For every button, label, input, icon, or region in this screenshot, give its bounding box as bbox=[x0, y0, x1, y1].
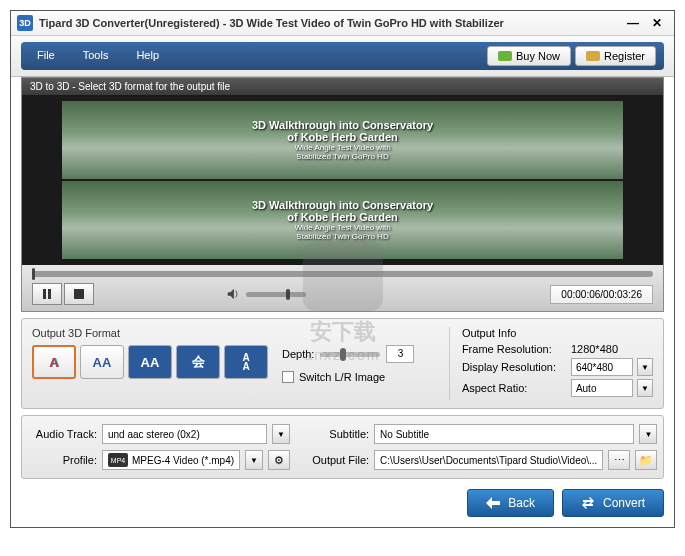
dropdown-arrow-icon[interactable]: ▼ bbox=[639, 424, 657, 444]
format-sbs-half-button[interactable]: AA bbox=[80, 345, 124, 379]
depth-value[interactable]: 3 bbox=[386, 345, 414, 363]
ellipsis-icon: ⋯ bbox=[614, 454, 625, 467]
stop-icon bbox=[74, 289, 84, 299]
pause-button[interactable] bbox=[32, 283, 62, 305]
format-title: Output 3D Format bbox=[32, 327, 268, 339]
format-panel: Output 3D Format A AA AA 会 AA Depth: 3 bbox=[21, 318, 664, 409]
depth-label: Depth: bbox=[282, 348, 314, 360]
output-info-title: Output Info bbox=[462, 327, 653, 339]
volume-icon bbox=[226, 287, 240, 301]
display-res-label: Display Resolution: bbox=[462, 361, 567, 373]
format-tb-half-button[interactable]: 会 bbox=[176, 345, 220, 379]
switch-lr-label: Switch L/R Image bbox=[299, 371, 385, 383]
window-title: Tipard 3D Converter(Unregistered) - 3D W… bbox=[39, 17, 620, 29]
content-area: 3D to 3D - Select 3D format for the outp… bbox=[11, 77, 674, 527]
overlay-text: Wide Angle Test Video with bbox=[294, 143, 390, 152]
app-icon: 3D bbox=[17, 15, 33, 31]
pause-icon bbox=[42, 289, 52, 299]
overlay-text: 3D Walkthrough into Conservatory bbox=[252, 199, 433, 211]
svg-rect-1 bbox=[48, 289, 51, 299]
convert-button[interactable]: Convert bbox=[562, 489, 664, 517]
preview-header: 3D to 3D - Select 3D format for the outp… bbox=[22, 78, 663, 95]
menubar-area: File Tools Help Buy Now Register bbox=[11, 36, 674, 77]
browse-button[interactable]: ⋯ bbox=[608, 450, 630, 470]
dropdown-arrow-icon[interactable]: ▼ bbox=[245, 450, 263, 470]
footer-buttons: Back Convert bbox=[21, 489, 664, 517]
overlay-text: Stabilized Twin GoPro HD bbox=[296, 152, 388, 161]
player-controls: 00:00:06/00:03:26 bbox=[22, 265, 663, 311]
profile-settings-button[interactable]: ⚙ bbox=[268, 450, 290, 470]
profile-select[interactable]: MP4 MPEG-4 Video (*.mp4) bbox=[102, 450, 240, 470]
back-button[interactable]: Back bbox=[467, 489, 554, 517]
time-display: 00:00:06/00:03:26 bbox=[550, 285, 653, 304]
video-top-half: 3D Walkthrough into Conservatory of Kobe… bbox=[62, 101, 623, 179]
buy-label: Buy Now bbox=[516, 50, 560, 62]
output-file-label: Output File: bbox=[304, 454, 369, 466]
titlebar: 3D Tipard 3D Converter(Unregistered) - 3… bbox=[11, 11, 674, 36]
video-preview: 3D Walkthrough into Conservatory of Kobe… bbox=[22, 95, 663, 265]
frame-res-value: 1280*480 bbox=[571, 343, 653, 355]
display-res-select[interactable]: 640*480 bbox=[571, 358, 633, 376]
audio-track-label: Audio Track: bbox=[32, 428, 97, 440]
overlay-text: of Kobe Herb Garden bbox=[287, 131, 398, 143]
format-anaglyph-button[interactable]: A bbox=[32, 345, 76, 379]
seek-slider[interactable] bbox=[32, 271, 653, 277]
menubar: File Tools Help Buy Now Register bbox=[21, 42, 664, 70]
close-button[interactable]: ✕ bbox=[646, 15, 668, 31]
output-file-input[interactable]: C:\Users\User\Documents\Tipard Studio\Vi… bbox=[374, 450, 603, 470]
format-tb-full-button[interactable]: AA bbox=[224, 345, 268, 379]
settings-panel: Audio Track: und aac stereo (0x2) ▼ Subt… bbox=[21, 415, 664, 479]
overlay-text: Wide Angle Test Video with bbox=[294, 223, 390, 232]
buy-now-button[interactable]: Buy Now bbox=[487, 46, 571, 66]
aspect-ratio-select[interactable]: Auto bbox=[571, 379, 633, 397]
overlay-text: 3D Walkthrough into Conservatory bbox=[252, 119, 433, 131]
aspect-ratio-label: Aspect Ratio: bbox=[462, 382, 567, 394]
minimize-button[interactable]: — bbox=[622, 15, 644, 31]
volume-slider[interactable] bbox=[246, 292, 306, 297]
folder-icon: 📁 bbox=[639, 454, 653, 467]
subtitle-label: Subtitle: bbox=[304, 428, 369, 440]
audio-track-select[interactable]: und aac stereo (0x2) bbox=[102, 424, 267, 444]
profile-label: Profile: bbox=[32, 454, 97, 466]
svg-rect-2 bbox=[74, 289, 84, 299]
menu-help[interactable]: Help bbox=[128, 46, 179, 66]
key-icon bbox=[586, 51, 600, 61]
stop-button[interactable] bbox=[64, 283, 94, 305]
main-window: 3D Tipard 3D Converter(Unregistered) - 3… bbox=[10, 10, 675, 528]
back-arrow-icon bbox=[486, 496, 500, 510]
frame-res-label: Frame Resolution: bbox=[462, 343, 567, 355]
gear-icon: ⚙ bbox=[274, 454, 284, 467]
convert-icon bbox=[581, 496, 595, 510]
switch-lr-checkbox[interactable] bbox=[282, 371, 294, 383]
overlay-text: Stabilized Twin GoPro HD bbox=[296, 232, 388, 241]
menu-tools[interactable]: Tools bbox=[75, 46, 129, 66]
preview-panel: 3D to 3D - Select 3D format for the outp… bbox=[21, 77, 664, 312]
video-bottom-half: 3D Walkthrough into Conservatory of Kobe… bbox=[62, 181, 623, 259]
register-label: Register bbox=[604, 50, 645, 62]
open-folder-button[interactable]: 📁 bbox=[635, 450, 657, 470]
register-button[interactable]: Register bbox=[575, 46, 656, 66]
money-icon bbox=[498, 51, 512, 61]
overlay-text: of Kobe Herb Garden bbox=[287, 211, 398, 223]
mp4-icon: MP4 bbox=[108, 453, 128, 467]
format-sbs-full-button[interactable]: AA bbox=[128, 345, 172, 379]
dropdown-arrow-icon[interactable]: ▼ bbox=[637, 379, 653, 397]
depth-slider[interactable] bbox=[320, 352, 380, 357]
dropdown-arrow-icon[interactable]: ▼ bbox=[272, 424, 290, 444]
subtitle-select[interactable]: No Subtitle bbox=[374, 424, 634, 444]
dropdown-arrow-icon[interactable]: ▼ bbox=[637, 358, 653, 376]
svg-rect-0 bbox=[43, 289, 46, 299]
anaglyph-icon: A bbox=[49, 355, 58, 370]
menu-file[interactable]: File bbox=[29, 46, 75, 66]
